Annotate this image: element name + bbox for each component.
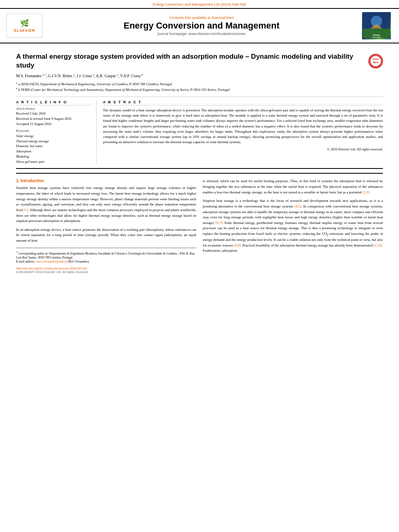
title-section: Cross Mark A thermal energy storage syst… — [16, 52, 383, 70]
accepted-date: Accepted 15 August 2016 — [16, 122, 91, 126]
intro-paragraph-2: In an adsorption storage device, a heat … — [16, 227, 196, 244]
journal-title: Energy Conversion and Management — [47, 21, 356, 31]
crossmark-icon: Cross Mark — [368, 54, 383, 68]
journal-ref-text: Energy Conversion and Management 126 (20… — [153, 2, 247, 6]
right-paragraph-1: is released, which can be used for usefu… — [203, 179, 383, 195]
right-paragraph-2: Sorption heat storage is a technology th… — [203, 198, 383, 254]
ref-2-10: [2,10] — [374, 243, 382, 247]
keyword-adsorption: Adsorption — [16, 149, 91, 154]
ref-1: [1] — [24, 208, 28, 212]
journal-logo-right: Energy Conversion — [360, 12, 393, 39]
email-name: (M.S. Fernandes). — [68, 260, 89, 263]
rights-text: 0196-8904/© 2016 Elsevier Ltd. All right… — [16, 270, 196, 274]
journal-header: 🌿 ELSEVIER Contents lists available at S… — [0, 8, 399, 43]
page-container: Energy Conversion and Management 126 (20… — [0, 0, 399, 280]
history-label: Article history: — [16, 107, 91, 111]
journal-homepage: journal homepage: www.elsevier.com/locat… — [47, 32, 356, 36]
sciencedirect-label: Contents lists available at ScienceDirec… — [47, 16, 356, 20]
email-link[interactable]: marco.fernandes@adai.pt — [36, 260, 67, 263]
keyword-modeling: Modeling — [16, 154, 91, 159]
introduction-heading: 1. Introduction — [16, 179, 196, 183]
journal-logo-box: Energy Conversion — [362, 12, 391, 39]
footnotes: * Corresponding author at: Departamento … — [16, 248, 196, 264]
article-body: Cross Mark A thermal energy storage syst… — [0, 43, 399, 280]
article-info-title: A R T I C L E I N F O — [16, 100, 91, 105]
email-label: E-mail address: — [16, 260, 35, 263]
keyword-solar-energy: Solar energy — [16, 134, 91, 139]
svg-text:Mark: Mark — [373, 61, 378, 64]
contents-label: Contents lists available at — [169, 16, 210, 20]
affil-sup-a1: a,* — [43, 73, 46, 76]
abstract-title: A B S T R A C T — [103, 100, 383, 105]
sciencedirect-link-text[interactable]: ScienceDirect — [212, 16, 234, 20]
keyword-silica-gel: Silica-gel/water pair — [16, 159, 91, 164]
article-info: A R T I C L E I N F O Article history: R… — [16, 100, 97, 164]
copyright-notice: © 2016 Elsevier Ltd. All rights reserved… — [103, 147, 383, 151]
affiliation-b: b b TEMA (Center for Mechanical Technolo… — [16, 86, 383, 92]
journal-center: Contents lists available at ScienceDirec… — [47, 16, 356, 36]
intro-paragraph-1: Sensible heat storage systems have relat… — [16, 185, 196, 224]
author-ms-fernandes: M.S. Fernandes — [16, 74, 43, 78]
section-title-text: Introduction — [21, 179, 44, 183]
keywords-label: Keywords: — [16, 129, 91, 133]
doi-link[interactable]: http://dx.doi.org/10.1016/j.enconman.201… — [16, 267, 196, 270]
affil-sup-b: b — [142, 73, 143, 76]
crossmark-badge: Cross Mark — [368, 54, 383, 68]
ref-4-5: [4,5] — [294, 204, 301, 208]
section-number: 1. — [16, 179, 21, 183]
ref-2-3: [2,3] — [362, 190, 369, 194]
author-jj-costa: J.J. Costa — [76, 74, 93, 78]
authors-line: M.S. Fernandes a,*, G.J.V.N. Brites a, J… — [16, 73, 383, 78]
author-vaf-costa: V.A.F. Costa — [120, 74, 141, 78]
main-content: 1. Introduction Sensible heat storage sy… — [16, 173, 383, 273]
column-right: is released, which can be used for usefu… — [203, 179, 383, 273]
column-left: 1. Introduction Sensible heat storage sy… — [16, 179, 196, 273]
affiliations: a a ADAI-IAETA, Department of Mechanical… — [16, 81, 383, 92]
sup-a: a — [16, 81, 17, 84]
footnote-email: E-mail address: marco.fernandes@adai.pt … — [16, 260, 196, 264]
author-ar-gaspar: A.R. Gaspar — [96, 74, 117, 78]
sup-b: b — [16, 87, 17, 90]
divider-thick — [16, 168, 383, 169]
top-journal-bar: Energy Conversion and Management 126 (20… — [0, 0, 399, 8]
ref-8-9: [8,9] — [234, 243, 241, 247]
abstract-text: The dynamic model of a heat storage adso… — [103, 108, 383, 145]
svg-text:Conversion: Conversion — [372, 36, 381, 38]
keyword-domestic-hot-water: Domestic hot water — [16, 144, 91, 149]
svg-text:Cross: Cross — [372, 58, 379, 60]
keywords-section: Keywords: Solar energy Thermal energy st… — [16, 129, 91, 164]
doi-section: http://dx.doi.org/10.1016/j.enconman.201… — [16, 267, 196, 274]
abstract-section: A B S T R A C T The dynamic model of a h… — [103, 100, 383, 164]
article-title: A thermal energy storage system provided… — [16, 52, 383, 70]
keyword-thermal-storage: Thermal energy storage — [16, 139, 91, 144]
journal-logo-text: Energy Conversion — [362, 12, 391, 39]
info-abstract-section: A R T I C L E I N F O Article history: R… — [16, 100, 383, 164]
footnote-corresponding: * Corresponding author at: Departamento … — [16, 251, 196, 260]
affiliation-a: a a ADAI-IAETA, Department of Mechanical… — [16, 81, 383, 87]
footnote-star: * — [16, 251, 17, 253]
ref-6-7: [6,7] — [216, 221, 222, 225]
revised-date: Received in revised form 9 August 2016 — [16, 117, 91, 121]
elsevier-logo: 🌿 ELSEVIER — [6, 14, 43, 38]
author-gjvn-brites: G.J.V.N. Brites — [48, 74, 73, 78]
divider-1 — [16, 97, 383, 97]
received-date: Received 2 July 2016 — [16, 111, 91, 115]
elsevier-tree-icon: 🌿 — [20, 19, 29, 28]
elsevier-brand: ELSEVIER — [14, 29, 35, 33]
